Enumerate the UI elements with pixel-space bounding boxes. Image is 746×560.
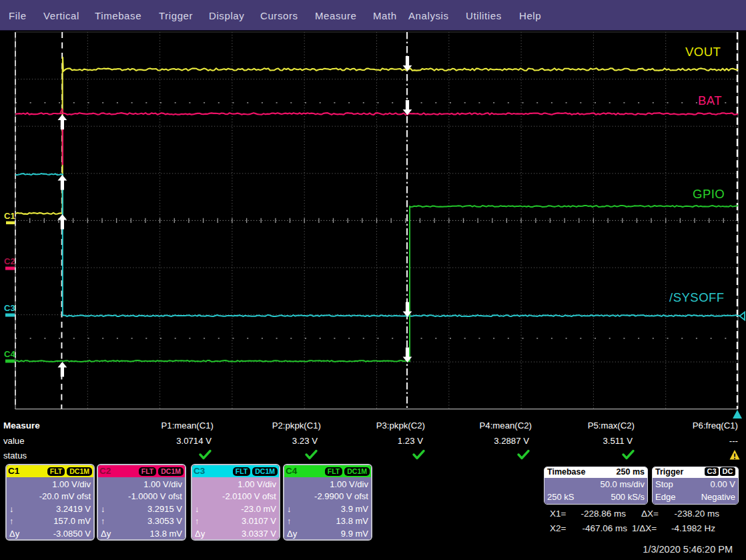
svg-text:C4: C4 bbox=[4, 349, 15, 359]
svg-text:C2: C2 bbox=[4, 256, 15, 266]
svg-text:/SYSOFF: /SYSOFF bbox=[669, 290, 725, 304]
svg-text:C3: C3 bbox=[4, 303, 15, 313]
svg-text:BAT: BAT bbox=[698, 93, 722, 107]
svg-text:GPIO: GPIO bbox=[693, 187, 725, 201]
svg-text:C1: C1 bbox=[4, 211, 15, 221]
svg-text:VOUT: VOUT bbox=[685, 45, 721, 59]
